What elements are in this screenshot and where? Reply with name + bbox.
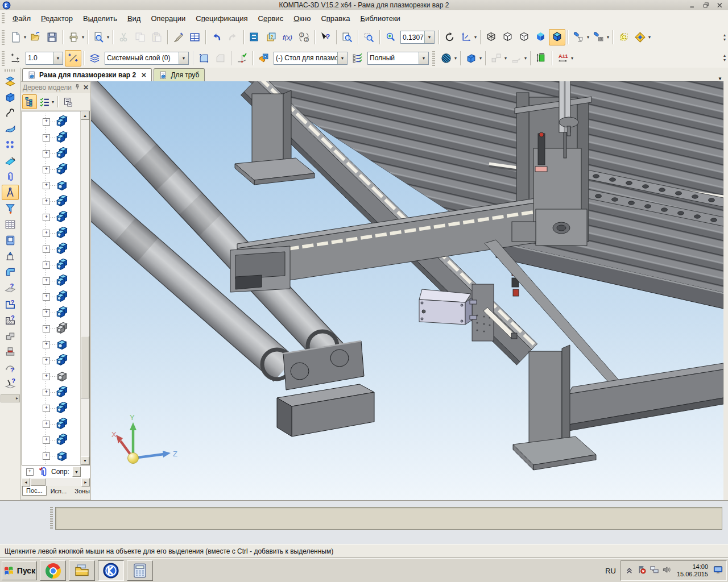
taskbar-calculator-button[interactable] <box>127 560 153 581</box>
scroll-thumb[interactable] <box>31 479 46 486</box>
toolbar-grip[interactable] <box>432 51 435 66</box>
print-button[interactable] <box>65 29 82 45</box>
refresh-view-button[interactable] <box>441 29 458 45</box>
hidden-lines-thin-button[interactable] <box>516 29 532 45</box>
expand-icon[interactable]: + <box>43 246 50 253</box>
tree-item[interactable]: + <box>22 257 81 273</box>
start-button[interactable]: Пуск <box>2 561 37 580</box>
shaded-button[interactable] <box>532 29 549 45</box>
language-indicator[interactable]: RU <box>605 567 616 575</box>
dimensions-3d-button[interactable] <box>533 50 549 66</box>
tree-item[interactable]: + <box>22 209 81 225</box>
filters-button[interactable] <box>2 201 19 216</box>
new-document-button[interactable] <box>7 29 24 45</box>
dropdown-icon[interactable]: ▼ <box>419 52 428 64</box>
check-corner-button[interactable]: ? <box>2 296 19 311</box>
check-curve-button[interactable]: ? <box>2 360 19 375</box>
exchange-button[interactable]: 12 <box>296 29 312 45</box>
dropdown-icon[interactable]: ▼ <box>337 52 347 64</box>
viewport-3d[interactable]: X Y Z <box>91 81 723 500</box>
tree-item[interactable]: + <box>22 273 81 289</box>
compact-panel-grip[interactable] <box>5 69 16 72</box>
document-tab[interactable]: Рама для плазморезки вар 2✕ <box>22 68 152 81</box>
show-desktop-icon[interactable] <box>713 565 723 576</box>
component-combo[interactable]: (-) Стол для плазмо▼ <box>274 52 348 65</box>
tree-tab[interactable]: Пос... <box>22 486 47 496</box>
scroll-left-icon[interactable]: ◄ <box>22 478 30 487</box>
snap-points-button[interactable] <box>65 50 81 66</box>
expand-icon[interactable]: + <box>43 118 50 126</box>
solid-modeling-button[interactable] <box>2 89 19 105</box>
tree-item[interactable]: + <box>22 146 81 161</box>
paste-button[interactable] <box>148 29 165 45</box>
section-view-button[interactable] <box>438 50 454 66</box>
tree-item[interactable]: + <box>22 114 81 130</box>
expand-icon[interactable]: + <box>43 421 50 428</box>
expand-icon[interactable]: + <box>43 293 50 301</box>
cursor-step-button[interactable] <box>7 50 24 66</box>
tree-item[interactable]: + <box>22 336 81 352</box>
menu-grip[interactable] <box>2 13 5 24</box>
expand-icon[interactable]: + <box>43 166 50 173</box>
network-icon[interactable] <box>650 565 659 576</box>
display-composition-button[interactable] <box>37 94 52 109</box>
expand-icon[interactable]: + <box>43 436 50 444</box>
tree-vertical-scrollbar[interactable]: ▲ ▼ <box>80 111 89 465</box>
dropdown-icon[interactable]: ▾ <box>607 35 609 40</box>
security-alert-icon[interactable] <box>637 565 647 576</box>
check-hatch-button[interactable]: ? <box>2 312 19 327</box>
light-source-button[interactable] <box>590 29 607 45</box>
zoom_scale-combo[interactable]: 0.1307▼ <box>400 31 435 44</box>
dropdown-icon[interactable]: ▾ <box>454 56 457 61</box>
mates-button[interactable] <box>2 169 19 184</box>
tree-item[interactable]: + <box>22 225 81 241</box>
tree-item[interactable]: + <box>22 321 81 336</box>
dropdown-icon[interactable]: ▾ <box>474 35 477 40</box>
toolbar-grip[interactable] <box>2 51 5 66</box>
volume-icon[interactable] <box>662 565 672 576</box>
layers-button[interactable] <box>86 50 103 66</box>
pin-icon[interactable] <box>74 84 81 92</box>
perspective-light-button[interactable] <box>570 29 587 45</box>
check-axes-button[interactable] <box>234 50 250 66</box>
menu-Окно[interactable]: Окно <box>288 12 316 25</box>
tree-horizontal-scrollbar[interactable]: ◄ ► <box>22 478 90 486</box>
expand-icon[interactable]: + <box>43 341 50 348</box>
print-preview-button[interactable] <box>90 29 107 45</box>
expand-icon[interactable]: + <box>43 134 50 142</box>
expand-icon[interactable]: + <box>43 309 50 317</box>
expand-icon[interactable]: + <box>43 261 50 269</box>
spatial-curves-button[interactable] <box>2 105 19 120</box>
scroll-up-icon[interactable]: ▲ <box>81 111 89 120</box>
menu-Сервис[interactable]: Сервис <box>253 12 289 25</box>
library-manager-button[interactable]: ? <box>263 29 279 45</box>
expand-icon[interactable]: + <box>26 468 34 476</box>
scroll-thumb[interactable] <box>81 336 89 398</box>
expand-icon[interactable]: + <box>43 230 50 237</box>
tree-item[interactable]: + <box>22 130 81 146</box>
document-tab[interactable]: Для труб <box>154 68 205 81</box>
shaded-with-edges-button[interactable] <box>549 29 565 45</box>
tree-item[interactable]: + <box>22 432 81 448</box>
zoom-in-out-button[interactable] <box>382 29 399 45</box>
tree-item[interactable]: + <box>22 416 81 432</box>
measurements-button[interactable] <box>2 185 19 200</box>
tree-item[interactable]: + <box>22 448 81 464</box>
rounding-button[interactable] <box>196 50 212 66</box>
dropdown-icon[interactable]: ▾ <box>648 35 651 40</box>
tab-close-icon[interactable]: ✕ <box>141 72 146 79</box>
zoom-by-page-button[interactable] <box>339 29 355 45</box>
auxiliary-geometry-button[interactable] <box>2 153 19 168</box>
expand-tray-icon[interactable] <box>624 565 634 576</box>
tree-item[interactable]: + <box>22 384 81 400</box>
toolbar-grip[interactable] <box>2 30 5 45</box>
tree-item[interactable]: + <box>22 161 81 177</box>
press-mold-button[interactable] <box>2 344 19 359</box>
tree-item[interactable]: + <box>22 305 81 321</box>
copy-properties-button[interactable] <box>170 29 187 45</box>
pan-view-button[interactable] <box>458 29 474 45</box>
expand-icon[interactable]: + <box>43 198 50 205</box>
tree-item[interactable]: + <box>22 368 81 384</box>
reports-button[interactable] <box>2 232 19 248</box>
wireframe-button[interactable] <box>483 29 499 45</box>
